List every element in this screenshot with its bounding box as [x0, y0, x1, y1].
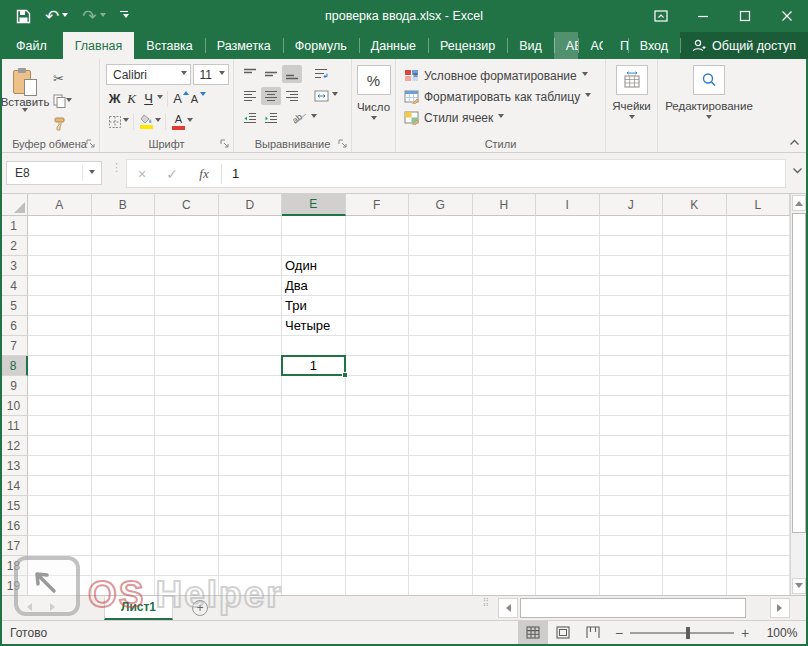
row-header-1[interactable]: 1 [0, 216, 28, 236]
underline-button[interactable]: Ч [140, 89, 157, 108]
sign-in-button[interactable]: Вход [628, 32, 680, 59]
cell-A13[interactable] [28, 456, 92, 476]
cell-A6[interactable] [28, 316, 92, 336]
font-family-combobox[interactable]: Calibri [106, 64, 191, 85]
column-header-H[interactable]: H [473, 194, 537, 216]
active-cell-selection[interactable] [281, 355, 346, 376]
cell-K7[interactable] [663, 336, 727, 356]
cell-F18[interactable] [346, 556, 410, 576]
font-size-combobox[interactable]: 11 [193, 64, 229, 85]
cell-F19[interactable] [346, 576, 410, 595]
cell-B7[interactable] [92, 336, 156, 356]
cell-B17[interactable] [92, 536, 156, 556]
cell-I5[interactable] [536, 296, 600, 316]
cell-H8[interactable] [473, 356, 537, 376]
cell-I10[interactable] [536, 396, 600, 416]
cell-E12[interactable] [282, 436, 346, 456]
conditional-formatting-button[interactable]: Условное форматирование [404, 65, 605, 86]
cell-I4[interactable] [536, 276, 600, 296]
column-header-D[interactable]: D [219, 194, 283, 216]
cell-I15[interactable] [536, 496, 600, 516]
cell-F2[interactable] [346, 236, 410, 256]
cell-B11[interactable] [92, 416, 156, 436]
cell-F4[interactable] [346, 276, 410, 296]
cell-H19[interactable] [473, 576, 537, 595]
cell-A11[interactable] [28, 416, 92, 436]
zoom-slider-thumb[interactable] [686, 627, 690, 639]
cell-J17[interactable] [600, 536, 664, 556]
cell-E11[interactable] [282, 416, 346, 436]
scroll-up-button[interactable] [792, 195, 806, 211]
cell-E17[interactable] [282, 536, 346, 556]
cell-A17[interactable] [28, 536, 92, 556]
cell-B13[interactable] [92, 456, 156, 476]
formula-input-value[interactable]: 1 [232, 166, 239, 181]
cell-H14[interactable] [473, 476, 537, 496]
cell-K1[interactable] [663, 216, 727, 236]
tab-file[interactable]: Файл [0, 32, 63, 59]
decrease-indent-button[interactable] [240, 109, 260, 127]
row-header-8[interactable]: 8 [0, 356, 28, 376]
maximize-button[interactable] [724, 0, 766, 32]
cell-H13[interactable] [473, 456, 537, 476]
cell-C1[interactable] [155, 216, 219, 236]
cell-J15[interactable] [600, 496, 664, 516]
tab-page-layout[interactable]: Разметка [205, 32, 283, 59]
cell-L6[interactable] [727, 316, 791, 336]
cell-H2[interactable] [473, 236, 537, 256]
column-header-E[interactable]: E [282, 194, 346, 216]
merge-center-button[interactable] [311, 87, 331, 105]
cell-F7[interactable] [346, 336, 410, 356]
cell-E7[interactable] [282, 336, 346, 356]
cell-D11[interactable] [219, 416, 283, 436]
help-button[interactable]: Помощь [603, 32, 628, 59]
row-header-7[interactable]: 7 [0, 336, 28, 356]
underline-dropdown-icon[interactable] [157, 95, 163, 102]
column-header-J[interactable]: J [600, 194, 664, 216]
cell-J14[interactable] [600, 476, 664, 496]
cell-I14[interactable] [536, 476, 600, 496]
font-color-dropdown-icon[interactable] [187, 118, 193, 125]
scroll-down-button[interactable] [792, 578, 806, 594]
cell-J6[interactable] [600, 316, 664, 336]
tab-insert[interactable]: Вставка [134, 32, 204, 59]
cell-F5[interactable] [346, 296, 410, 316]
cell-L17[interactable] [727, 536, 791, 556]
font-color-button[interactable]: А [170, 112, 187, 131]
cell-I11[interactable] [536, 416, 600, 436]
cell-D7[interactable] [219, 336, 283, 356]
cell-L15[interactable] [727, 496, 791, 516]
cell-G8[interactable] [409, 356, 473, 376]
cell-A8[interactable] [28, 356, 92, 376]
cell-L12[interactable] [727, 436, 791, 456]
cell-G16[interactable] [409, 516, 473, 536]
tab-acrobat[interactable]: ACROBAT [578, 32, 603, 59]
undo-button[interactable]: ↶ [45, 8, 68, 25]
cell-C2[interactable] [155, 236, 219, 256]
cell-L11[interactable] [727, 416, 791, 436]
orientation-button[interactable]: ab [290, 109, 310, 127]
decrease-font-button[interactable]: А [189, 89, 206, 108]
cell-I19[interactable] [536, 576, 600, 595]
cell-K3[interactable] [663, 256, 727, 276]
cell-A15[interactable] [28, 496, 92, 516]
cell-J13[interactable] [600, 456, 664, 476]
cell-J5[interactable] [600, 296, 664, 316]
alignment-dialog-launcher[interactable] [338, 139, 348, 149]
cell-A1[interactable] [28, 216, 92, 236]
cell-D18[interactable] [219, 556, 283, 576]
cell-D10[interactable] [219, 396, 283, 416]
tab-view[interactable]: Вид [507, 32, 554, 59]
row-header-13[interactable]: 13 [0, 456, 28, 476]
cell-K4[interactable] [663, 276, 727, 296]
cell-G5[interactable] [409, 296, 473, 316]
redo-button[interactable]: ↷ [82, 8, 105, 25]
row-header-15[interactable]: 15 [0, 496, 28, 516]
cell-I7[interactable] [536, 336, 600, 356]
cell-D6[interactable] [219, 316, 283, 336]
cell-F3[interactable] [346, 256, 410, 276]
cell-L7[interactable] [727, 336, 791, 356]
cell-B6[interactable] [92, 316, 156, 336]
column-header-B[interactable]: B [92, 194, 156, 216]
cell-H18[interactable] [473, 556, 537, 576]
